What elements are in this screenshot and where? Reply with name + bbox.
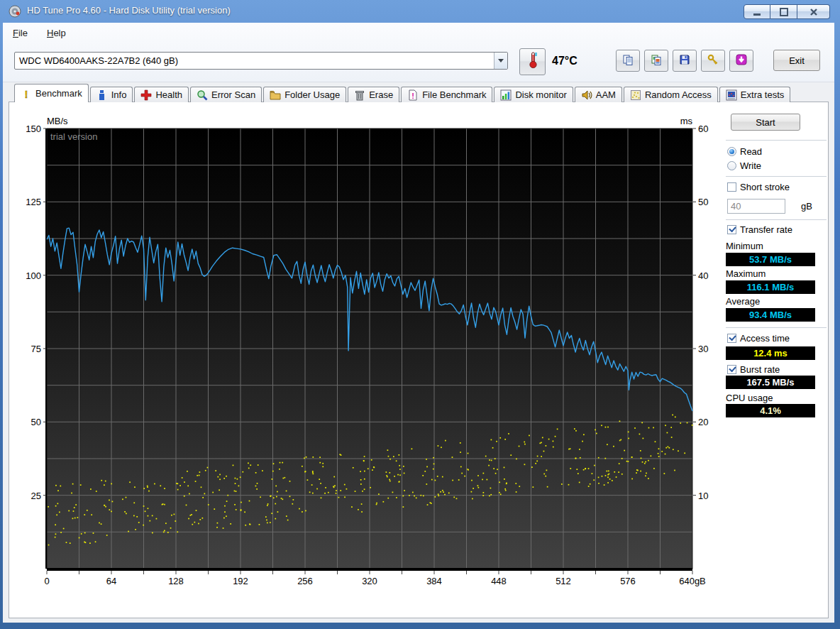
access-time-dot xyxy=(48,506,49,508)
short-stroke-input[interactable] xyxy=(728,199,840,213)
tab-folder-usage[interactable]: Folder Usage xyxy=(263,87,346,102)
short-stroke-spinner[interactable] xyxy=(727,199,785,214)
access-time-dot xyxy=(364,478,365,480)
options-button[interactable] xyxy=(701,50,725,72)
short-stroke-row[interactable]: Short stroke xyxy=(727,182,790,192)
dropdown-arrow-icon[interactable] xyxy=(494,53,507,69)
access-time-dot xyxy=(89,542,91,544)
access-time-dot xyxy=(152,515,153,517)
access-time-dot xyxy=(452,456,453,458)
access-time-dot xyxy=(416,498,417,499)
tab-random-access[interactable]: Random Access xyxy=(624,87,718,102)
update-button[interactable] xyxy=(729,50,753,72)
average-value: 93.4 MB/s xyxy=(726,308,815,322)
access-time-dot xyxy=(664,473,665,474)
tab-label: Error Scan xyxy=(211,89,255,100)
access-time-dot xyxy=(249,501,250,502)
tab-aam[interactable]: AAM xyxy=(575,87,622,102)
tab-error-scan[interactable]: Error Scan xyxy=(190,87,262,102)
access-time-dot xyxy=(271,513,272,514)
access-time-dot xyxy=(653,468,655,469)
read-radio-row[interactable]: Read xyxy=(727,146,762,157)
write-radio-row[interactable]: Write xyxy=(727,160,761,171)
copy-image-button[interactable] xyxy=(644,50,668,72)
access-time-dot xyxy=(553,441,554,442)
access-time-dot xyxy=(427,504,429,505)
access-time-dot xyxy=(60,486,61,487)
access-time-dot xyxy=(487,479,488,481)
exit-button[interactable]: Exit xyxy=(773,50,820,71)
access-time-dot xyxy=(422,475,424,476)
access-time-dot xyxy=(145,510,146,512)
access-time-dot xyxy=(148,491,150,492)
maximize-button[interactable] xyxy=(770,4,797,19)
tab-erase[interactable]: Erase xyxy=(348,87,399,102)
access-time-label: Access time xyxy=(740,333,790,344)
minimize-button[interactable] xyxy=(744,4,770,19)
access-time-dot xyxy=(333,486,335,488)
access-time-dot xyxy=(128,531,129,532)
access-time-dot xyxy=(388,456,389,457)
tab-benchmark[interactable]: !Benchmark xyxy=(14,84,89,102)
access-time-dot xyxy=(57,503,59,504)
transfer-rate-checkbox[interactable] xyxy=(727,225,736,234)
access-time-dot xyxy=(609,478,611,480)
access-time-dot xyxy=(433,469,434,470)
tab-extra-tests[interactable]: Extra tests xyxy=(719,87,790,102)
aam-icon xyxy=(581,89,592,101)
access-time-dot xyxy=(524,464,526,465)
access-time-dot xyxy=(275,486,277,487)
access-time-dot xyxy=(643,438,644,439)
access-time-row[interactable]: Access time xyxy=(727,333,790,344)
copy-text-button[interactable] xyxy=(616,50,640,72)
burst-rate-checkbox[interactable] xyxy=(727,365,736,374)
access-time-dot xyxy=(675,417,676,418)
transfer-rate-row[interactable]: Transfer rate xyxy=(727,224,792,235)
tab-label: Random Access xyxy=(645,89,712,100)
menu-file[interactable]: File xyxy=(9,26,32,40)
access-time-dot xyxy=(583,469,585,471)
tab-info[interactable]: Info xyxy=(90,87,133,102)
access-time-dot xyxy=(619,440,621,442)
tab-health[interactable]: Health xyxy=(134,87,189,102)
save-button[interactable] xyxy=(673,50,697,72)
access-time-dot xyxy=(358,509,359,510)
temperature-button[interactable] xyxy=(519,48,546,75)
access-time-dot xyxy=(651,455,652,456)
average-label: Average xyxy=(726,296,760,307)
access-time-dot xyxy=(658,453,659,454)
access-time-dot xyxy=(492,447,494,449)
access-time-dot xyxy=(219,478,221,480)
write-radio[interactable] xyxy=(727,161,736,170)
drive-selector-dropdown[interactable]: WDC WD6400AAKS-22A7B2 (640 gB) xyxy=(14,52,508,70)
access-time-checkbox[interactable] xyxy=(727,334,736,343)
read-radio[interactable] xyxy=(727,147,736,156)
access-time-dot xyxy=(640,471,641,472)
access-time-dot xyxy=(546,470,548,471)
access-time-dot xyxy=(184,481,185,483)
access-time-dot xyxy=(104,484,105,486)
access-time-dot xyxy=(344,496,346,498)
short-stroke-checkbox[interactable] xyxy=(727,182,736,192)
tab-file-benchmark[interactable]: !File Benchmark xyxy=(401,87,492,102)
burst-rate-row[interactable]: Burst rate xyxy=(727,364,780,375)
titlebar[interactable]: HD Tune Pro 4.60 - Hard Disk Utility (tr… xyxy=(0,0,840,23)
access-time-dot xyxy=(403,466,404,467)
access-time-dot xyxy=(215,470,216,471)
app-icon xyxy=(9,5,21,18)
access-time-dot xyxy=(435,480,436,481)
tab-disk-monitor[interactable]: Disk monitor xyxy=(494,87,573,102)
access-time-dot xyxy=(368,468,369,469)
access-time-dot xyxy=(214,508,215,510)
access-time-dot xyxy=(255,486,257,487)
access-time-dot xyxy=(148,508,149,509)
start-button[interactable]: Start xyxy=(731,114,800,131)
access-time-dot xyxy=(205,470,206,471)
access-time-dot xyxy=(464,476,465,477)
close-button[interactable] xyxy=(797,4,830,19)
access-time-dot xyxy=(667,432,668,434)
menu-help[interactable]: Help xyxy=(43,26,70,40)
x-axis-tick-label: 256 xyxy=(297,576,313,586)
access-time-dot xyxy=(280,462,281,464)
access-time-dot xyxy=(321,497,322,498)
